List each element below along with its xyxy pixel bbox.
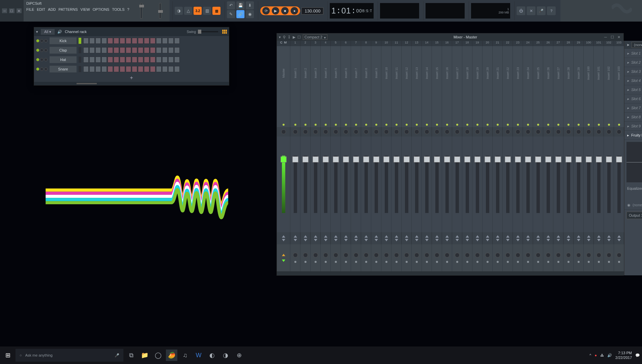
- mixer-track[interactable]: [361, 136, 371, 232]
- step-button[interactable]: [132, 66, 137, 72]
- mixer-track[interactable]: [513, 136, 523, 232]
- step-button[interactable]: [132, 47, 137, 53]
- send-knob[interactable]: [505, 253, 510, 257]
- mixer-track[interactable]: [371, 127, 381, 136]
- mixer-track[interactable]: [452, 244, 462, 271]
- step-button[interactable]: [162, 38, 168, 44]
- mixer-track[interactable]: [462, 244, 472, 271]
- mixer-track[interactable]: [553, 127, 563, 136]
- eclipse-icon[interactable]: ◑: [220, 350, 231, 361]
- mixer-track[interactable]: [391, 127, 402, 136]
- stereo-separation-icon[interactable]: [395, 235, 398, 238]
- mixer-track[interactable]: [493, 232, 503, 244]
- step-button[interactable]: [83, 47, 89, 53]
- mixer-track[interactable]: [563, 232, 574, 244]
- mixer-track[interactable]: [614, 100, 624, 127]
- stereo-separation-icon[interactable]: [486, 235, 489, 238]
- maximize-button[interactable]: ☐: [9, 8, 14, 13]
- mixer-track[interactable]: [472, 232, 483, 244]
- volume-fader[interactable]: [425, 156, 429, 213]
- step-button[interactable]: [174, 38, 180, 44]
- send-knob[interactable]: [566, 253, 571, 257]
- mixer-track[interactable]: [311, 232, 321, 244]
- step-button[interactable]: [101, 57, 107, 63]
- mixer-track[interactable]: [321, 136, 331, 232]
- mixer-track[interactable]: [483, 244, 493, 271]
- stereo-separation-icon[interactable]: [526, 235, 530, 238]
- mixer-track[interactable]: [422, 100, 432, 127]
- volume-fader[interactable]: [617, 156, 621, 213]
- send-knob[interactable]: [556, 253, 561, 257]
- task-view-icon[interactable]: ⧉: [125, 350, 137, 361]
- stereo-separation-icon[interactable]: [375, 235, 378, 238]
- stereo-separation-icon[interactable]: [577, 235, 580, 238]
- mixer-track[interactable]: [493, 136, 503, 232]
- mixer-track[interactable]: [594, 127, 604, 136]
- mixer-track[interactable]: [472, 100, 483, 127]
- mixer-track[interactable]: [321, 127, 331, 136]
- step-button[interactable]: [126, 66, 131, 72]
- mixer-track[interactable]: [381, 136, 391, 232]
- mixer-track[interactable]: [523, 136, 533, 232]
- mixer-track[interactable]: [503, 244, 513, 271]
- send-knob[interactable]: [465, 253, 470, 257]
- mixer-track[interactable]: [594, 232, 604, 244]
- mixer-track[interactable]: [371, 100, 381, 127]
- stereo-separation-icon[interactable]: [314, 235, 317, 238]
- itunes-icon[interactable]: ♫: [179, 350, 191, 361]
- step-button[interactable]: [150, 47, 155, 53]
- mixer-track[interactable]: [300, 100, 311, 127]
- step-button[interactable]: [83, 57, 89, 63]
- close-windows-icon[interactable]: ✕: [527, 6, 535, 15]
- menu-patterns[interactable]: PATTERNS: [59, 7, 78, 11]
- pan-knob[interactable]: [607, 129, 611, 134]
- channel-filter-dropdown[interactable]: All ▾: [41, 29, 55, 35]
- step-button[interactable]: [114, 66, 119, 72]
- undo-icon[interactable]: ↶: [227, 1, 235, 9]
- stereo-separation-icon[interactable]: [536, 235, 540, 238]
- pan-knob[interactable]: [384, 129, 389, 134]
- graph-editor-icon[interactable]: [222, 30, 227, 34]
- steam-icon[interactable]: ◐: [206, 350, 218, 361]
- channel-mute-pan[interactable]: [36, 39, 48, 42]
- mixer-track[interactable]: Insert 13: [412, 46, 422, 100]
- send-knob[interactable]: [455, 253, 460, 257]
- mixer-track[interactable]: [422, 136, 432, 232]
- mixer-track[interactable]: [604, 232, 614, 244]
- volume-fader[interactable]: [395, 156, 398, 213]
- pan-knob[interactable]: [536, 129, 541, 134]
- mixer-menu-button[interactable]: ▾: [279, 35, 281, 39]
- mixer-track[interactable]: [584, 232, 594, 244]
- mixer-track[interactable]: [574, 100, 584, 127]
- mixer-track[interactable]: [311, 244, 321, 271]
- record-button[interactable]: ●: [291, 7, 298, 14]
- mixer-track[interactable]: [311, 100, 321, 127]
- layout-box-icon[interactable]: ☐: [297, 35, 301, 39]
- send-knob[interactable]: [485, 253, 490, 257]
- mixer-track[interactable]: [503, 100, 513, 127]
- step-button[interactable]: [144, 47, 149, 53]
- stereo-separation-icon[interactable]: [567, 235, 570, 238]
- mixer-track[interactable]: [290, 232, 300, 244]
- mixer-track[interactable]: [300, 136, 311, 232]
- send-knob[interactable]: [546, 253, 551, 257]
- step-button[interactable]: [126, 47, 131, 53]
- mixer-track[interactable]: [412, 136, 422, 232]
- step-button[interactable]: [174, 57, 180, 63]
- step-button[interactable]: [168, 57, 174, 63]
- mixer-track[interactable]: [371, 232, 381, 244]
- cortana-search[interactable]: ○ Ask me anything 🎤: [16, 349, 123, 362]
- fruity-limiter-slot[interactable]: ▸Fruity Limiter: [624, 131, 642, 140]
- step-button[interactable]: [114, 38, 119, 44]
- mixer-track[interactable]: [442, 100, 452, 127]
- mixer-track[interactable]: [442, 244, 452, 271]
- mixer-track[interactable]: [432, 232, 442, 244]
- volume-fader[interactable]: [354, 156, 358, 213]
- mixer-track[interactable]: [311, 136, 321, 232]
- mixer-track-master[interactable]: [277, 244, 290, 271]
- send-knob[interactable]: [536, 253, 541, 257]
- tray-volume-icon[interactable]: 🔊: [607, 353, 612, 358]
- mixer-track[interactable]: [483, 100, 493, 127]
- stereo-separation-icon[interactable]: [607, 235, 611, 238]
- send-knob[interactable]: [495, 253, 500, 257]
